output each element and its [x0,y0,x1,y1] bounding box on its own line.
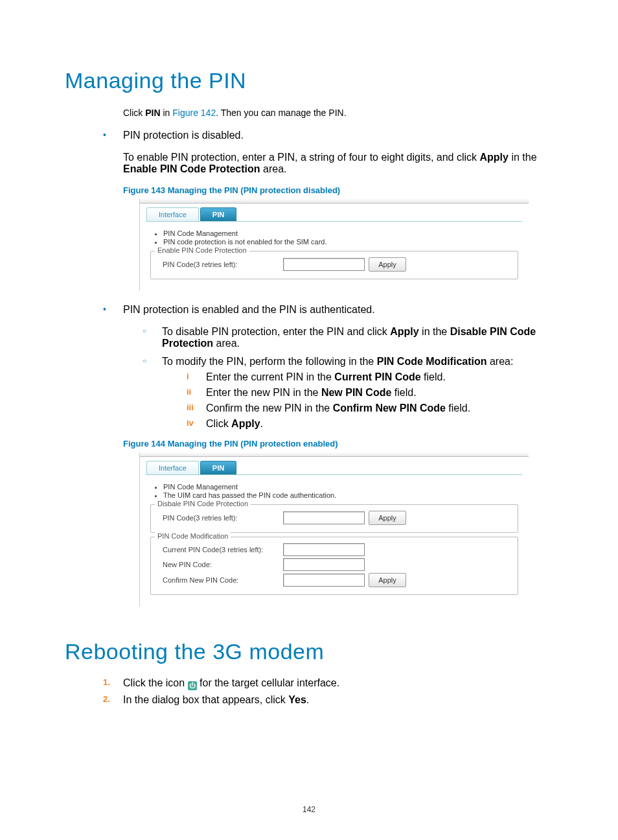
tab-pin[interactable]: PIN [200,461,236,474]
step-number: 2. [103,694,110,704]
step-number: i [187,371,189,381]
input-confirm-pin[interactable] [283,574,365,587]
input-new-pin[interactable] [283,558,365,571]
txt: area. [260,163,287,174]
status-line: PIN Code Management [163,229,518,237]
txt: To modify the PIN, perform the following… [162,356,377,367]
step-i: i Enter the current PIN in the Current P… [181,371,553,383]
link-figure-142[interactable]: Figure 142 [172,108,216,118]
label-pin-code: PIN Code(3 retries left): [156,261,279,268]
label-confirm-pin: Confirm New PIN Code: [156,576,279,584]
txt: Click the icon [123,677,188,688]
txt: area. [213,338,240,349]
enable-instructions: To enable PIN protection, enter a PIN, a… [123,152,553,175]
txt: Enter the current PIN in the [206,371,334,382]
step-1: 1. Click the icon ⏻ for the target cellu… [94,677,553,690]
fieldset-disable-pin: Disbale PIN Code Protection PIN Code(3 r… [150,504,518,533]
figure-143-caption: Figure 143 Managing the PIN (PIN protect… [123,185,553,195]
status-line: The UIM card has passed the PIN code aut… [163,491,518,499]
page-number: 142 [0,805,618,814]
apply-bold: Apply [480,152,509,163]
intro-paragraph: Click PIN in Figure 142. Then you can ma… [123,106,553,119]
legend-enable-pin: Enable PIN Code Protection [155,246,249,254]
legend-disable-pin: Disbale PIN Code Protection [155,500,251,508]
power-icon: ⏻ [188,681,197,690]
txt: field. [391,387,416,398]
intro-text: in [161,108,173,118]
input-pin-code[interactable] [283,511,365,524]
bullet-text: PIN protection is disabled. [123,130,553,141]
apply-bold: Apply [231,418,260,429]
txt: . [306,694,309,705]
sub-modify: To modify the PIN, perform the following… [143,356,553,430]
input-pin-code[interactable] [283,258,365,271]
label-current-pin: Current PIN Code(3 retries left): [156,546,279,554]
input-current-pin[interactable] [283,543,365,556]
txt: in the [509,152,537,163]
txt: Click [206,418,231,429]
field-bold: New PIN Code [321,387,391,398]
intro-text: Click [123,108,145,118]
yes-bold: Yes [288,694,306,705]
label-new-pin: New PIN Code: [156,561,279,568]
intro-pin-bold: PIN [145,108,160,118]
txt: Enter the new PIN in the [206,387,321,398]
txt: for the target cellular interface. [200,677,339,688]
step-iv: iv Click Apply. [181,418,553,430]
step-number: ii [187,387,191,397]
tab-pin[interactable]: PIN [200,207,236,221]
txt: in the [419,326,450,337]
figure-144-image: Interface PIN PIN Code Management The UI… [139,452,529,607]
field-bold: Current PIN Code [334,371,420,382]
heading-managing-pin: Managing the PIN [65,68,553,93]
apply-button[interactable]: Apply [369,257,406,272]
enable-area-bold: Enable PIN Code Protection [123,163,260,174]
legend-pin-modification: PIN Code Modification [155,532,231,540]
heading-rebooting-3g: Rebooting the 3G modem [65,639,553,664]
txt: field. [446,402,470,414]
fieldset-enable-pin: Enable PIN Code Protection PIN Code(3 re… [150,251,518,279]
figure-143-image: Interface PIN PIN Code Management PIN co… [139,199,529,291]
bullet-pin-enabled: PIN protection is enabled and the PIN is… [94,304,553,607]
txt: In the dialog box that appears, click [123,694,288,705]
apply-button[interactable]: Apply [369,573,406,587]
txt: To disable PIN protection, enter the PIN… [162,326,390,337]
step-iii: iii Confirm the new PIN in the Confirm N… [181,402,553,414]
bullet-text: PIN protection is enabled and the PIN is… [123,304,553,316]
field-bold: Confirm New PIN Code [333,402,446,414]
figure-144-caption: Figure 144 Managing the PIN (PIN protect… [123,439,553,449]
step-number: iv [187,418,194,428]
intro-text: . Then you can manage the PIN. [216,108,346,118]
label-pin-code: PIN Code(3 retries left): [156,514,279,522]
fieldset-pin-modification: PIN Code Modification Current PIN Code(3… [150,537,518,595]
apply-button[interactable]: Apply [369,511,406,525]
step-ii: ii Enter the new PIN in the New PIN Code… [181,387,553,399]
mod-area-bold: PIN Code Modification [377,356,487,367]
apply-bold: Apply [390,326,418,337]
step-2: 2. In the dialog box that appears, click… [94,694,553,706]
step-number: 1. [103,677,110,687]
step-number: iii [187,402,194,412]
bullet-pin-disabled: PIN protection is disabled. To enable PI… [94,130,553,291]
tab-interface[interactable]: Interface [146,461,199,474]
status-line: PIN code protection is not enabled for t… [163,238,518,246]
tab-interface[interactable]: Interface [146,207,199,221]
txt: To enable PIN protection, enter a PIN, a… [123,152,480,163]
txt: area: [487,356,514,367]
status-line: PIN Code Management [163,483,518,491]
txt: . [260,418,263,429]
txt: Confirm the new PIN in the [206,402,333,414]
txt: field. [421,371,446,382]
sub-disable: To disable PIN protection, enter the PIN… [143,326,553,349]
